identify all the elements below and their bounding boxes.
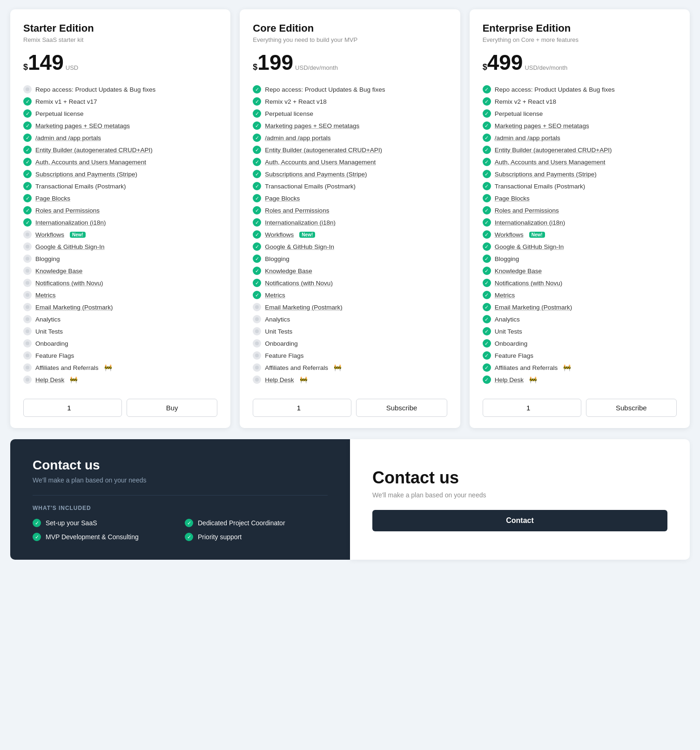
feature-link[interactable]: Knowledge Base — [35, 268, 82, 275]
feature-item: ✓Subscriptions and Payments (Stripe) — [23, 168, 217, 180]
contact-dark-title: Contact us — [33, 458, 328, 473]
feature-link[interactable]: Email Marketing (Postmark) — [495, 304, 572, 311]
check-icon: ✓ — [253, 121, 261, 130]
check-icon: ✓ — [483, 351, 491, 360]
check-icon: ✓ — [253, 97, 261, 106]
feature-item: ✓Roles and Permissions — [23, 204, 217, 216]
unchecked-icon — [23, 375, 32, 384]
card-actions: Buy — [23, 399, 217, 417]
check-icon: ✓ — [483, 218, 491, 227]
feature-label: Onboarding — [495, 340, 528, 347]
card-actions: Subscribe — [483, 399, 677, 417]
feature-link[interactable]: Entity Builder (autogenerated CRUD+API) — [35, 147, 153, 154]
feature-link[interactable]: Workflows — [35, 231, 64, 238]
unchecked-icon — [23, 230, 32, 239]
feature-label: Analytics — [265, 316, 290, 323]
feature-label: Perpetual license — [35, 110, 84, 117]
feature-link[interactable]: Notifications (with Novu) — [265, 280, 333, 287]
feature-link[interactable]: Knowledge Base — [265, 268, 312, 275]
feature-link[interactable]: Entity Builder (autogenerated CRUD+API) — [265, 147, 382, 154]
feature-link[interactable]: Google & GitHub Sign-In — [495, 243, 564, 250]
feature-link[interactable]: Internationalization (i18n) — [495, 219, 565, 226]
card-subtitle: Everything on Core + more features — [483, 36, 677, 43]
check-icon: ✓ — [253, 218, 261, 227]
whats-included-label: WHAT'S INCLUDED — [33, 505, 328, 511]
unchecked-icon — [253, 351, 261, 360]
feature-link[interactable]: Help Desk — [35, 376, 64, 383]
check-icon: ✓ — [253, 182, 261, 190]
unchecked-icon — [23, 339, 32, 348]
check-icon: ✓ — [253, 291, 261, 299]
feature-link[interactable]: Workflows — [265, 231, 294, 238]
feature-link[interactable]: Page Blocks — [265, 195, 300, 202]
contact-right-title: Contact us — [372, 468, 459, 488]
feature-link[interactable]: Marketing pages + SEO metatags — [495, 122, 589, 129]
feature-link[interactable]: Marketing pages + SEO metatags — [35, 122, 130, 129]
feature-item: ✓Marketing pages + SEO metatags — [23, 120, 217, 132]
feature-link[interactable]: Subscriptions and Payments (Stripe) — [35, 171, 137, 178]
feature-link[interactable]: Roles and Permissions — [265, 207, 329, 214]
price-row: $ 499 USD/dev/month — [483, 52, 677, 73]
feature-link[interactable]: Subscriptions and Payments (Stripe) — [495, 171, 597, 178]
feature-link[interactable]: /admin and /app portals — [35, 134, 101, 141]
feature-link[interactable]: Page Blocks — [35, 195, 70, 202]
feature-link[interactable]: Email Marketing (Postmark) — [265, 304, 343, 311]
feature-item: Feature Flags — [23, 349, 217, 362]
feature-link[interactable]: Marketing pages + SEO metatags — [265, 122, 359, 129]
feature-link[interactable]: Google & GitHub Sign-In — [35, 243, 105, 250]
feature-link[interactable]: /admin and /app portals — [265, 134, 330, 141]
action-button[interactable]: Subscribe — [586, 399, 677, 417]
feature-link[interactable]: Auth, Accounts and Users Management — [495, 159, 606, 166]
feature-link[interactable]: Metrics — [35, 292, 56, 299]
feature-item: Feature Flags — [253, 349, 447, 362]
action-button[interactable]: Buy — [127, 399, 217, 417]
feature-link[interactable]: Internationalization (i18n) — [265, 219, 336, 226]
feature-link[interactable]: /admin and /app portals — [495, 134, 560, 141]
contact-button[interactable]: Contact — [372, 510, 667, 531]
feature-link[interactable]: Metrics — [495, 292, 515, 299]
coming-soon-badge: 🚧 — [529, 376, 537, 383]
feature-item: Notifications (with Novu) — [23, 277, 217, 289]
action-button[interactable]: Subscribe — [356, 399, 447, 417]
feature-link[interactable]: Knowledge Base — [495, 268, 542, 275]
feature-item: ✓Entity Builder (autogenerated CRUD+API) — [23, 144, 217, 156]
check-icon: ✓ — [23, 194, 32, 202]
feature-label: Blogging — [495, 255, 519, 262]
feature-link[interactable]: Roles and Permissions — [495, 207, 559, 214]
check-icon: ✓ — [483, 375, 491, 384]
contact-feature: ✓ MVP Development & Consulting — [33, 533, 175, 541]
quantity-input[interactable] — [483, 399, 581, 417]
price-amount: 499 — [487, 52, 523, 73]
feature-link[interactable]: Page Blocks — [495, 195, 530, 202]
feature-link[interactable]: Auth, Accounts and Users Management — [265, 159, 376, 166]
feature-item: ✓Analytics — [483, 313, 677, 325]
price-unit: USD/dev/month — [295, 64, 338, 71]
feature-link[interactable]: Subscriptions and Payments (Stripe) — [265, 171, 367, 178]
feature-link[interactable]: Workflows — [495, 231, 524, 238]
quantity-input[interactable] — [23, 399, 122, 417]
feature-link[interactable]: Notifications (with Novu) — [495, 280, 563, 287]
feature-item: Help Desk🚧 — [23, 374, 217, 386]
feature-link[interactable]: Google & GitHub Sign-In — [265, 243, 334, 250]
unchecked-icon — [23, 242, 32, 251]
feature-link[interactable]: Help Desk — [265, 376, 294, 383]
unchecked-icon — [23, 85, 32, 94]
feature-link[interactable]: Help Desk — [495, 376, 524, 383]
feature-link[interactable]: Entity Builder (autogenerated CRUD+API) — [495, 147, 612, 154]
feature-link[interactable]: Notifications (with Novu) — [35, 280, 103, 287]
feature-link[interactable]: Email Marketing (Postmark) — [35, 304, 113, 311]
feature-label: Unit Tests — [35, 328, 63, 335]
feature-link[interactable]: Roles and Permissions — [35, 207, 100, 214]
feature-item: Onboarding — [253, 337, 447, 349]
feature-link[interactable]: Internationalization (i18n) — [35, 219, 106, 226]
unchecked-icon — [23, 267, 32, 275]
check-icon: ✓ — [253, 279, 261, 287]
quantity-input[interactable] — [253, 399, 351, 417]
check-icon: ✓ — [253, 170, 261, 178]
pricing-grid: Starter Edition Remix SaaS starter kit $… — [10, 9, 690, 428]
pricing-card-enterprise: Enterprise Edition Everything on Core + … — [470, 9, 690, 428]
feature-link[interactable]: Metrics — [265, 292, 285, 299]
check-icon: ✓ — [23, 170, 32, 178]
feature-label: Transactional Emails (Postmark) — [265, 183, 356, 190]
feature-link[interactable]: Auth, Accounts and Users Management — [35, 159, 146, 166]
